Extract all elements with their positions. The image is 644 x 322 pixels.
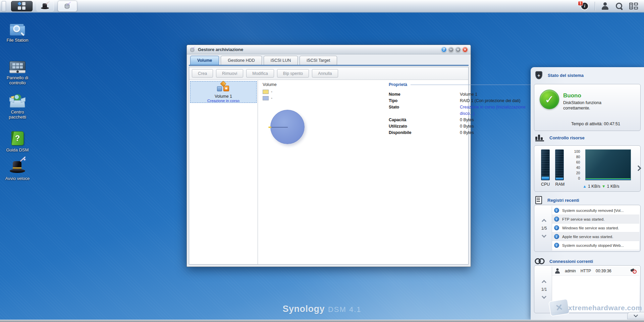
taskbar-item-quick-start[interactable] (37, 1, 54, 11)
system-status-header: Stato del sistema (535, 71, 584, 80)
log-row[interactable]: i Apple file service was started. (552, 232, 639, 241)
window-titlebar[interactable]: Gestore archiviazione ? − + × (187, 45, 471, 54)
property-row: Tipo RAID 1 (Con protezione dei dati) (389, 98, 536, 104)
tab-iscsi-lun[interactable]: iSCSI LUN (264, 56, 298, 65)
upload-speed: 1 KB/s (588, 184, 600, 189)
show-desktop-button[interactable] (2, 1, 6, 11)
log-row[interactable]: i FTP service was started. (552, 215, 639, 224)
volume-icon (216, 82, 231, 93)
network-speed-row: ▲ 1 KB/s ▼ 1 KB/s (583, 184, 619, 189)
status-link[interactable]: Creazione in corso (Inizializzazione dis… (460, 104, 536, 117)
chevron-down-icon (634, 313, 638, 317)
main-menu-button[interactable] (11, 1, 33, 11)
log-list: i System successfully removed [Vol... i … (552, 206, 639, 250)
quick-start-icon: ✦ (9, 158, 26, 174)
tab-iscsi-target[interactable]: iSCSI Target (300, 56, 337, 65)
desktop-icon-label: Pannello di controllo (3, 75, 32, 85)
logs-page-down-button[interactable] (542, 233, 546, 238)
connections-page-up-button[interactable] (542, 280, 546, 284)
volume-pie-chart (270, 110, 305, 144)
taskbar-item-storage-manager[interactable] (58, 1, 77, 11)
bip-spento-button[interactable]: Bip spento (277, 69, 309, 78)
log-row[interactable]: i System successfully removed [Vol... (552, 206, 639, 215)
legend-swatch-blue (263, 96, 269, 100)
recent-logs-header: Registri recenti (535, 195, 579, 205)
cpu-meter: CPU (541, 149, 550, 187)
network-chart (585, 149, 631, 180)
pilot-view-button[interactable] (629, 3, 638, 9)
connection-protocol: HTTP (581, 269, 591, 273)
annulla-button[interactable]: Annulla (312, 69, 338, 78)
taskbar: i 1 (0, 0, 644, 13)
status-description: DiskStation funziona correttamente. (563, 100, 613, 111)
log-row[interactable]: i System successfully stopped Web... (552, 241, 639, 250)
property-row: Stato Creazione in corso (Inizializzazio… (389, 104, 536, 117)
desktop-icon-control-panel[interactable]: Pannello di controllo (3, 57, 32, 85)
desktop-icon-label: Centro pacchetti (3, 109, 32, 120)
minimize-button[interactable]: − (448, 47, 454, 52)
desktop-icon-label: Guida DSM (3, 147, 32, 152)
logs-page-indicator: 1/5 (541, 226, 547, 231)
upload-arrow-icon: ▲ (583, 184, 587, 189)
user-icon (555, 268, 560, 274)
notification-badge: 1 (578, 1, 583, 6)
property-row: Disponibile 0 Bytes (389, 130, 536, 136)
logs-pager: 1/5 (537, 205, 551, 251)
disconnect-button[interactable] (631, 268, 637, 274)
notifications-button[interactable]: i 1 (581, 2, 589, 10)
status-ok-icon (540, 90, 559, 109)
volume-list-item[interactable]: Volume 1 Creazione in corso (190, 81, 257, 103)
bottom-edge-bar (0, 320, 644, 322)
xtremehardware-watermark: xtremehardware.com (568, 304, 642, 311)
window-controls: ? − + × (441, 47, 468, 52)
window-title-icon (190, 47, 195, 52)
log-row[interactable]: i Windows file service was started. (552, 224, 639, 232)
user-menu-button[interactable] (601, 2, 609, 10)
rimuovi-button[interactable]: Rimuovi (216, 69, 243, 78)
uptime-text: Tempo di attività: 00:47:51 (571, 122, 620, 126)
shield-icon (535, 71, 542, 79)
maximize-button[interactable]: + (455, 47, 461, 52)
search-button[interactable] (615, 2, 623, 10)
download-arrow-icon: ▼ (602, 184, 606, 189)
desktop-icon-dsm-help[interactable]: Guida DSM (3, 129, 32, 152)
legend-swatch-yellow (263, 90, 269, 94)
modifica-button[interactable]: Modifica (246, 69, 274, 78)
window-body: Crea Rimuovi Modifica Bip spento Annulla… (189, 67, 469, 265)
xtremehardware-logo: ✕ (548, 298, 570, 317)
connection-row[interactable]: admin HTTP 00:39:36 (552, 267, 639, 276)
property-row: Capacità 0 Bytes (389, 117, 536, 123)
desktop-icon-package-center[interactable]: Centro pacchetti (3, 91, 32, 120)
tab-volume[interactable]: Volume (190, 56, 219, 65)
property-row: Nome Volume 1 (389, 91, 536, 98)
crea-button[interactable]: Crea (192, 69, 213, 78)
volume-section-label: Volume (263, 82, 277, 87)
widget-sidebar: Stato del sistema Buono DiskStation funz… (531, 67, 644, 320)
sidebar-collapse-button[interactable] (627, 312, 644, 319)
magic-hat-icon (41, 2, 50, 10)
desktop-icon-label: Avvio veloce (3, 176, 32, 181)
recent-logs-card: 1/5 i System successfully removed [Vol..… (534, 205, 641, 252)
system-status-card: Buono DiskStation funziona correttamente… (534, 84, 641, 131)
document-icon (535, 196, 542, 204)
synology-logo: Synology (282, 304, 325, 314)
tab-gestione-hdd[interactable]: Gestione HDD (221, 56, 262, 65)
desktop: { "taskbar": { "notification_badge": "1"… (0, 0, 644, 322)
status-text: Buono (563, 92, 613, 99)
dsm-version: DSM 4.1 (328, 305, 362, 314)
connections-header: Connessioni correnti (535, 257, 593, 266)
connections-page-down-button[interactable] (542, 294, 546, 298)
desktop-icon-file-station[interactable]: File Station (3, 19, 32, 43)
resource-monitor-expand-button[interactable] (636, 165, 641, 171)
desktop-icon-label: File Station (3, 38, 32, 43)
close-button[interactable]: × (462, 47, 468, 52)
volume-list: Volume 1 Creazione in corso (189, 80, 258, 264)
logs-page-up-button[interactable] (542, 219, 546, 224)
bar-chart-icon (535, 134, 544, 141)
help-button[interactable]: ? (441, 47, 447, 52)
desktop-icon-quick-start[interactable]: ✦ Avvio veloce (3, 158, 32, 181)
volume-detail-panel: Volume - - Propr (258, 80, 468, 264)
properties-section: Proprietà Nome Volume 1 Tipo RAID 1 (Con… (389, 82, 536, 136)
connections-page-indicator: 1/1 (541, 287, 547, 292)
legend-item: - (263, 89, 272, 94)
